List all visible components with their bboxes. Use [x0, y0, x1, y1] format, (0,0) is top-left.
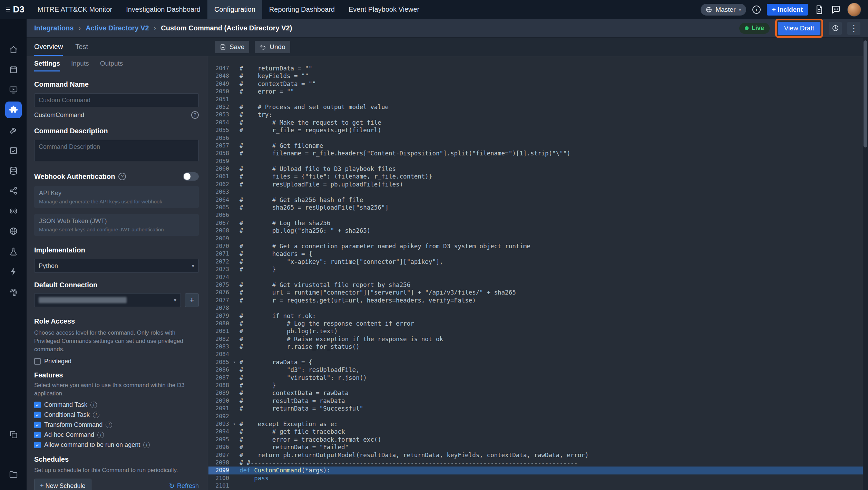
- info-icon[interactable]: i: [752, 6, 761, 14]
- lightning-icon[interactable]: [9, 267, 18, 276]
- checkbox-checked-icon[interactable]: ✓: [34, 402, 41, 408]
- more-options-button[interactable]: ⋮: [847, 22, 860, 35]
- tab-inputs[interactable]: Inputs: [71, 60, 89, 71]
- vertical-scrollbar[interactable]: [863, 38, 868, 490]
- info-icon[interactable]: i: [106, 422, 112, 428]
- code-line[interactable]: 2081# pb.log(r.text): [208, 327, 863, 335]
- code-line[interactable]: 2078: [208, 304, 863, 312]
- code-line[interactable]: 2047# returnData = "": [208, 65, 863, 72]
- code-line[interactable]: 2084: [208, 350, 863, 358]
- code-line[interactable]: 2059: [208, 157, 863, 165]
- new-schedule-button[interactable]: + New Schedule: [34, 479, 91, 490]
- code-line[interactable]: 2077# r = requests.get(url=url, headers=…: [208, 297, 863, 304]
- feature-command-task[interactable]: ✓ Command Task i: [34, 401, 199, 409]
- nav-configuration[interactable]: Configuration: [207, 0, 262, 19]
- database-icon[interactable]: [9, 166, 18, 175]
- code-line[interactable]: 2050# error = "": [208, 88, 863, 95]
- calendar-icon[interactable]: [9, 65, 18, 74]
- code-line[interactable]: 2054# # Make the request to get file: [208, 119, 863, 126]
- checkbox-checked-icon[interactable]: ✓: [34, 432, 41, 438]
- tab-outputs[interactable]: Outputs: [100, 60, 123, 71]
- code-line[interactable]: 2068# pb.log("sha256: " + sha265): [208, 227, 863, 234]
- code-line[interactable]: 2082# # Raise exception if the response …: [208, 335, 863, 343]
- code-line[interactable]: 2095# error = traceback.format_exc(): [208, 436, 863, 443]
- default-connection-select[interactable]: ▾: [34, 293, 181, 307]
- copy-windows-icon[interactable]: [9, 430, 18, 439]
- code-line[interactable]: 2061# files = {"file": (filename, r_file…: [208, 173, 863, 180]
- command-description-input[interactable]: [34, 140, 199, 161]
- code-line[interactable]: 2096# returnData = "Failed": [208, 443, 863, 451]
- fold-marker-icon[interactable]: ▾: [229, 358, 240, 366]
- code-line[interactable]: 2051: [208, 96, 863, 103]
- help-icon[interactable]: ?: [191, 111, 199, 119]
- code-line[interactable]: 2085▾# rawData = {: [208, 358, 863, 366]
- globe-badge-icon[interactable]: [9, 227, 18, 236]
- nav-investigation-dashboard[interactable]: Investigation Dashboard: [119, 0, 207, 19]
- code-line[interactable]: 2052# # Process and set output model val…: [208, 103, 863, 111]
- code-line[interactable]: 2098# #---------------------------------…: [208, 459, 863, 467]
- code-line[interactable]: 2053# try:: [208, 111, 863, 118]
- new-incident-button[interactable]: + Incident: [767, 4, 808, 16]
- broadcast-icon[interactable]: [9, 206, 18, 216]
- breadcrumb-integrations[interactable]: Integrations: [34, 24, 74, 32]
- help-icon[interactable]: ?: [118, 173, 126, 180]
- schedule-calendar-icon[interactable]: [9, 146, 18, 155]
- folder-icon[interactable]: [9, 470, 18, 479]
- checkbox-checked-icon[interactable]: ✓: [34, 442, 41, 448]
- code-line[interactable]: 2075# # Get virustotal file report by sh…: [208, 281, 863, 289]
- home-icon[interactable]: [9, 45, 18, 54]
- code-line[interactable]: 2056: [208, 134, 863, 142]
- code-line[interactable]: 2063: [208, 188, 863, 196]
- code-line[interactable]: 2093▾# except Exception as e:: [208, 420, 863, 428]
- code-line[interactable]: 2055# r_file = requests.get(fileurl): [208, 126, 863, 134]
- save-button[interactable]: Save: [215, 41, 249, 53]
- code-line[interactable]: 2079# if not r.ok:: [208, 312, 863, 320]
- code-line[interactable]: 2074: [208, 273, 863, 281]
- release-notes-icon[interactable]: [814, 4, 825, 15]
- checkbox-unchecked-icon[interactable]: [34, 358, 41, 365]
- code-line[interactable]: 2083# r.raise_for_status(): [208, 343, 863, 350]
- code-line[interactable]: 2073# }: [208, 266, 863, 273]
- code-line[interactable]: 2076# url = runtime["connector"]["server…: [208, 289, 863, 296]
- info-icon[interactable]: i: [90, 402, 97, 408]
- d3-logo[interactable]: ≡ D3: [0, 4, 31, 15]
- privileged-checkbox-row[interactable]: Privileged: [34, 358, 199, 365]
- breadcrumb-active-directory[interactable]: Active Directory V2: [86, 24, 149, 32]
- code-line[interactable]: 2094# # get file traceback: [208, 428, 863, 435]
- code-line[interactable]: 2100 pass: [208, 474, 863, 482]
- webhook-auth-toggle[interactable]: [183, 172, 199, 181]
- nav-event-playbook-viewer[interactable]: Event Playbook Viewer: [342, 0, 426, 19]
- version-history-button[interactable]: [829, 22, 842, 35]
- checkbox-checked-icon[interactable]: ✓: [34, 422, 41, 428]
- code-line[interactable]: 2067# # Log the sha256: [208, 219, 863, 227]
- code-line[interactable]: 2065# sha265 = resUploadFile["sha256"]: [208, 204, 863, 211]
- code-line[interactable]: 2097# return pb.returnOutputModel(result…: [208, 451, 863, 459]
- tab-settings[interactable]: Settings: [34, 60, 60, 71]
- tab-test[interactable]: Test: [75, 38, 88, 56]
- feature-run-on-agent[interactable]: ✓ Allow command to be run on agent i: [34, 441, 199, 449]
- code-line[interactable]: 2049# contextData = "": [208, 80, 863, 88]
- playbook-monitor-icon[interactable]: [9, 85, 18, 95]
- feature-transform-command[interactable]: ✓ Transform Command i: [34, 421, 199, 429]
- tab-overview[interactable]: Overview: [34, 38, 63, 56]
- checkbox-checked-icon[interactable]: ✓: [34, 412, 41, 418]
- utilities-tools-icon[interactable]: [9, 126, 18, 135]
- fold-marker-icon[interactable]: ▾: [229, 420, 240, 428]
- connections-share-icon[interactable]: [9, 186, 18, 195]
- code-line[interactable]: 2099def CustomCommand(*args):: [208, 467, 863, 474]
- nav-reporting-dashboard[interactable]: Reporting Dashboard: [262, 0, 342, 19]
- code-line[interactable]: 2089# contextData = rawData: [208, 389, 863, 397]
- code-line[interactable]: 2087# "virustotal": r.json(): [208, 374, 863, 382]
- implementation-select[interactable]: Python ▾: [34, 259, 199, 273]
- code-line[interactable]: 2062# resUploadFile = pb.uploadFile(file…: [208, 181, 863, 188]
- fingerprint-icon[interactable]: [9, 287, 18, 297]
- feature-conditional-task[interactable]: ✓ Conditional Task i: [34, 411, 199, 419]
- code-line[interactable]: 2060# # Upload file to D3 playbook files: [208, 165, 863, 173]
- info-icon[interactable]: i: [93, 412, 99, 418]
- feature-adhoc-command[interactable]: ✓ Ad-hoc Command i: [34, 431, 199, 439]
- add-connection-button[interactable]: +: [185, 293, 199, 307]
- nav-mitre-attack-monitor[interactable]: MITRE ATT&CK Monitor: [31, 0, 119, 19]
- code-line[interactable]: 2080# # Log the response content if erro…: [208, 320, 863, 327]
- code-line[interactable]: 2071# headers = {: [208, 250, 863, 258]
- code-line[interactable]: 2069: [208, 235, 863, 242]
